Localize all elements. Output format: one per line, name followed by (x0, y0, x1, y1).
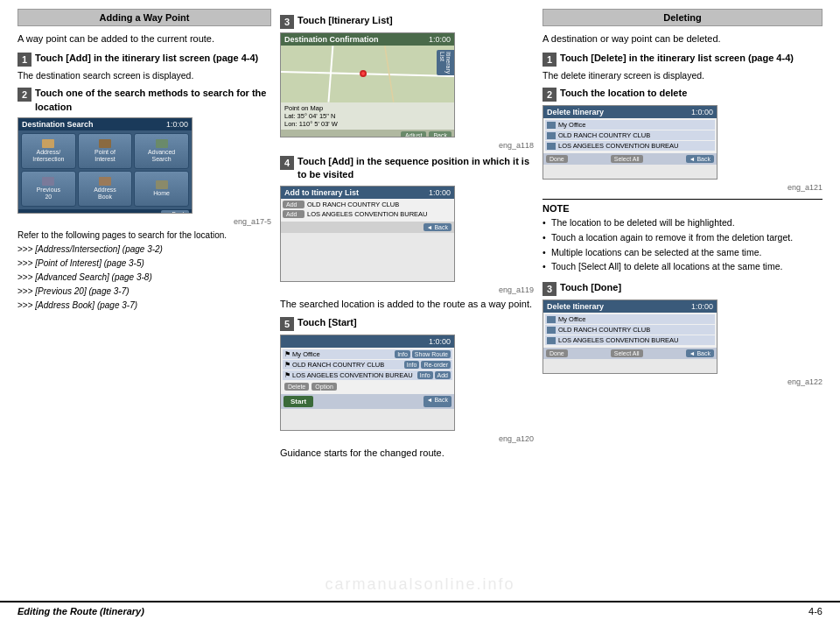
start-info-1[interactable]: Info (395, 350, 410, 358)
nav-btn-previous[interactable]: Previous20 (21, 171, 76, 207)
del-back-btn-1[interactable]: ◄ Back (686, 155, 714, 163)
start-show-1[interactable]: Show Route (412, 350, 451, 358)
itinerary-tab[interactable]: ItineraryList (437, 50, 454, 75)
delete-itin-screen-2: Delete Itinerary 1:0:00 My Office OLD RA… (542, 299, 718, 374)
start-row-2: ⚑ OLD RANCH COUNTRY CLUB Info Re-order (283, 360, 452, 370)
nav-btn-home[interactable]: Home (134, 171, 189, 207)
del-row-2a: OLD RANCH COUNTRY CLUB (545, 130, 715, 140)
start-row-3-text: ⚑ LOS ANGELES CONVENTION BUREAU (284, 371, 416, 379)
nav-btn-poi[interactable]: Point ofInterest (78, 133, 133, 169)
nav-btn-address-text: Address/Intersection (32, 149, 64, 162)
nav-btn-address[interactable]: Address/Intersection (21, 133, 76, 169)
dest-header: Destination Confirmation 1:0:00 (281, 33, 454, 46)
dest-point-label: Point on Map (284, 104, 451, 112)
add-itinerary-screen: Add to Itinerary List 1:0:00 Add OLD RAN… (280, 186, 455, 282)
start-info-2[interactable]: Info (404, 361, 420, 369)
delete-itin-screen-1: Delete Itinerary 1:0:00 My Office OLD RA… (542, 105, 718, 180)
start-add-3[interactable]: Add (435, 371, 451, 379)
nav-btn-advanced[interactable]: AdvancedSearch (134, 133, 189, 169)
footer-title: Editing the Route (Itinerary) (18, 606, 144, 616)
start-content: ⚑ My Office Info Show Route ⚑ OLD RANCH … (281, 348, 454, 394)
add-back-btn[interactable]: ◄ Back (424, 223, 452, 231)
start-reorder-2[interactable]: Re-order (421, 361, 451, 369)
del-screen1-caption: eng_a121 (542, 183, 822, 192)
nav-btn-poi-text: Point ofInterest (94, 149, 116, 162)
step1-header: 1 Touch [Add] in the itinerary list scre… (18, 52, 271, 67)
nav-btn-home-text: Home (153, 190, 170, 197)
del-content-1: My Office OLD RANCH COUNTRY CLUB LOS ANG… (543, 118, 717, 153)
del-back-btn-2[interactable]: ◄ Back (686, 349, 714, 357)
del-title-1: Delete Itinerary (547, 108, 604, 116)
del-icon-3a (547, 143, 556, 150)
del-icon-1b (547, 316, 556, 323)
footer-page: 4-6 (808, 606, 822, 616)
step2-number: 2 (18, 88, 32, 102)
destination-search-screen: Destination Search 1:0:00 Address/Inters… (18, 117, 192, 214)
right-step1-subtitle: The delete itinerary screen is displayed… (542, 69, 822, 82)
del-row-1b-text: My Office (558, 315, 713, 323)
right-step1-title: Touch [Delete] in the itinerary list scr… (560, 52, 794, 65)
dest-time: 1:0:00 (429, 35, 451, 44)
start-info-3[interactable]: Info (417, 371, 433, 379)
note-item-4: Touch [Select All] to delete all locatio… (542, 260, 822, 274)
right-step2-header: 2 Touch the location to delete (542, 87, 822, 102)
step4-title: Touch [Add] in the sequence position in … (298, 155, 534, 182)
screen3-caption: eng_a119 (280, 285, 534, 294)
nav-btn-addressbook[interactable]: AddressBook (78, 171, 133, 207)
right-column: Deleting A destination or way point can … (542, 9, 822, 596)
nav-buttons-grid: Address/Intersection Point ofInterest Ad… (18, 130, 192, 209)
nav-btn-previous-text: Previous20 (37, 187, 60, 200)
dest-bottom: Adjust Back (281, 130, 454, 137)
del-row-1a-text: My Office (558, 121, 713, 129)
del-done-btn-2[interactable]: Done (546, 349, 568, 357)
step3-header: 3 Touch [Itinerary List] (280, 14, 534, 29)
del-time-2: 1:0:00 (691, 302, 713, 311)
del-row-1a: My Office (545, 120, 715, 130)
del-done-btn-1[interactable]: Done (546, 155, 568, 163)
option-btn[interactable]: Option (312, 383, 337, 391)
dest-confirm-screen: Destination Confirmation 1:0:00 Itinerar… (280, 32, 455, 137)
dest-back-btn[interactable]: Back (429, 131, 452, 137)
start-back-btn[interactable]: ◄ Back (424, 396, 452, 407)
del-row-2a-text: OLD RANCH COUNTRY CLUB (558, 131, 713, 139)
del-select-btn-1[interactable]: Select All (611, 155, 643, 163)
del-select-btn-2[interactable]: Select All (611, 349, 643, 357)
note-item-1: The location to be deleted will be highl… (542, 216, 822, 230)
del-title-2: Delete Itinerary (547, 302, 604, 311)
dest-map-area: ItineraryList (281, 46, 454, 102)
del-header-1: Delete Itinerary 1:0:00 (543, 106, 717, 118)
refer-line2: >>> [Point of Interest] (page 3-5) (18, 257, 271, 271)
nav-screen-time: 1:0:00 (166, 120, 188, 129)
add-title: Add to Itinerary List (284, 188, 359, 197)
del-icon-2b (547, 327, 556, 334)
note-section: NOTE The location to be deleted will be … (542, 199, 822, 274)
refer-line1: >>> [Address/Intersection] (page 3-2) (18, 243, 271, 257)
del-row-3a-text: LOS ANGELES CONVENTION BUREAU (558, 142, 713, 150)
page-footer: Editing the Route (Itinerary) 4-6 (0, 601, 840, 620)
add-btn-1[interactable]: Add (283, 201, 304, 208)
dest-lon: Lon: 110° 5' 03' W (284, 120, 451, 128)
step5-number: 5 (280, 317, 294, 331)
step5-header: 5 Touch [Start] (280, 316, 534, 331)
dest-info: Point on Map Lat: 35° 04' 15" N Lon: 110… (281, 102, 454, 130)
previous-icon (42, 177, 54, 186)
svg-point-5 (361, 72, 365, 75)
main-content: Adding a Way Point A way point can be ad… (0, 0, 840, 601)
right-section-header: Deleting (542, 9, 822, 26)
del-row-2b-text: OLD RANCH COUNTRY CLUB (558, 326, 713, 334)
del-row-3b-text: LOS ANGELES CONVENTION BUREAU (558, 336, 713, 344)
add-header: Add to Itinerary List 1:0:00 (281, 187, 454, 199)
step1-subtitle: The destination search screen is display… (18, 69, 271, 82)
del-bottom-1: Done Select All ◄ Back (543, 153, 717, 165)
step2-header: 2 Touch one of the search methods to sea… (18, 87, 271, 114)
del-icon-2a (547, 132, 556, 139)
add-row-2: Add LOS ANGELES CONVENTION BUREAU (283, 210, 452, 218)
start-row-1-text: ⚑ My Office (284, 350, 393, 358)
dest-adjust-btn[interactable]: Adjust (401, 131, 426, 137)
del-header-2: Delete Itinerary 1:0:00 (543, 300, 717, 313)
start-screen: 1:0:00 ⚑ My Office Info Show Route ⚑ OLD… (280, 335, 455, 431)
delete-btn[interactable]: Delete (284, 383, 309, 391)
add-btn-2[interactable]: Add (283, 210, 304, 218)
nav-back-button[interactable]: ◄ Back (161, 210, 189, 214)
start-go-btn[interactable]: Start (284, 396, 313, 407)
